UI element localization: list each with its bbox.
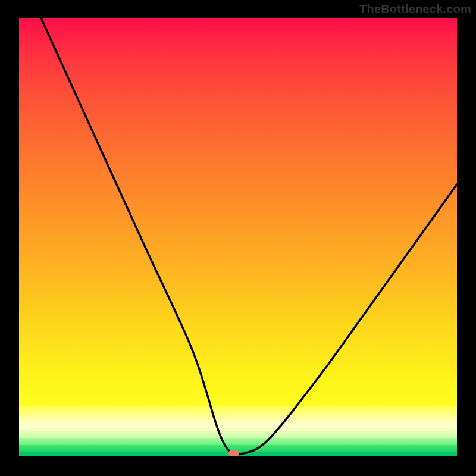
- plot-area: [19, 18, 457, 456]
- optimum-marker: [228, 450, 239, 456]
- bottleneck-curve: [19, 18, 457, 456]
- watermark-text: TheBottleneck.com: [359, 2, 471, 16]
- chart-container: TheBottleneck.com: [0, 0, 476, 476]
